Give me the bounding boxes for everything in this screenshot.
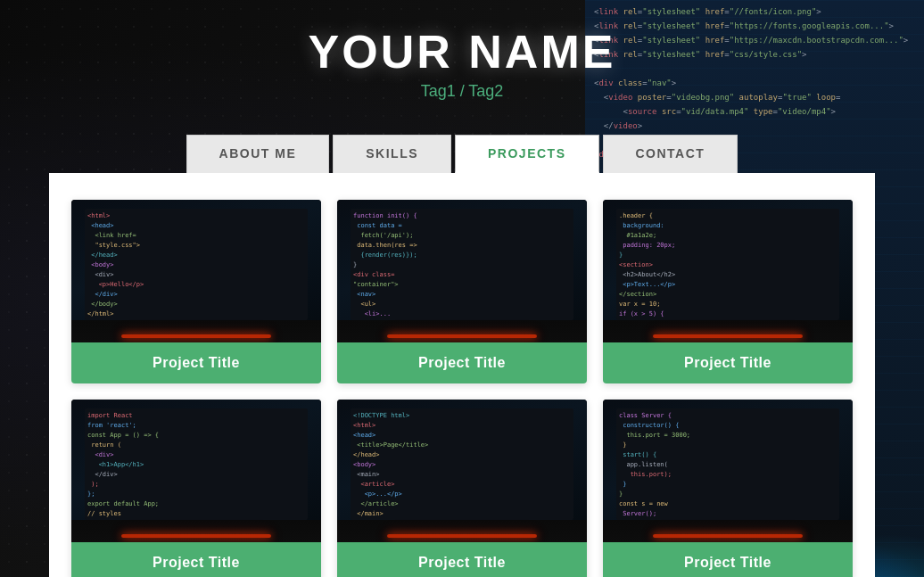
tab-contact[interactable]: CONTACT	[603, 135, 738, 173]
tab-about[interactable]: ABOUT ME	[186, 135, 330, 173]
project-title-6: Project Title	[603, 542, 853, 577]
project-thumbnail-3: .header { background: #1a1a2e; padding: …	[603, 200, 853, 342]
site-tags: Tag1 / Tag2	[0, 82, 924, 101]
projects-grid: <html> <head> <link href= "style.css"> <…	[71, 200, 853, 577]
project-card-2[interactable]: function init() { const data = fetch('/a…	[337, 200, 587, 383]
project-title-1: Project Title	[71, 342, 321, 383]
project-thumbnail-4: import React from 'react'; const App = (…	[71, 400, 321, 542]
site-title: YOUR NAME	[0, 25, 924, 78]
project-thumbnail-2: function init() { const data = fetch('/a…	[337, 200, 587, 342]
project-thumbnail-5: <!DOCTYPE html> <html> <head> <title>Pag…	[337, 400, 587, 542]
project-card-1[interactable]: <html> <head> <link href= "style.css"> <…	[71, 200, 321, 383]
tab-projects[interactable]: PROJECTS	[455, 135, 598, 173]
project-thumbnail-6: class Server { constructor() { this.port…	[603, 400, 853, 542]
project-card-6[interactable]: class Server { constructor() { this.port…	[603, 400, 853, 577]
project-title-2: Project Title	[337, 342, 587, 383]
main-panel: <html> <head> <link href= "style.css"> <…	[49, 173, 875, 577]
project-card-5[interactable]: <!DOCTYPE html> <html> <head> <title>Pag…	[337, 400, 587, 577]
nav-tabs: ABOUT ME SKILLS PROJECTS CONTACT	[0, 135, 924, 173]
project-title-5: Project Title	[337, 542, 587, 577]
page-header: YOUR NAME Tag1 / Tag2	[0, 0, 924, 119]
project-title-4: Project Title	[71, 542, 321, 577]
project-thumbnail-1: <html> <head> <link href= "style.css"> <…	[71, 200, 321, 342]
project-title-3: Project Title	[603, 342, 853, 383]
project-card-3[interactable]: .header { background: #1a1a2e; padding: …	[603, 200, 853, 383]
tab-skills[interactable]: SKILLS	[333, 135, 451, 173]
project-card-4[interactable]: import React from 'react'; const App = (…	[71, 400, 321, 577]
